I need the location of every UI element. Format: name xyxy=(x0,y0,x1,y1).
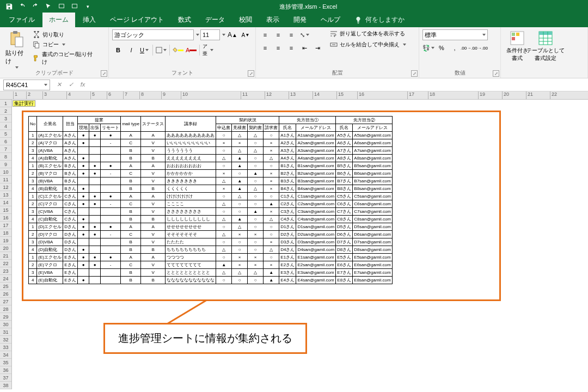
table-cell[interactable]: Dさん xyxy=(63,246,78,254)
table-cell[interactable]: A8さん xyxy=(336,155,353,162)
table-cell[interactable]: Bさん xyxy=(63,162,78,170)
table-cell[interactable]: C3san@gamil.com xyxy=(296,208,336,216)
row-header[interactable]: 16 xyxy=(0,214,11,222)
row-header[interactable]: 31 xyxy=(0,328,11,336)
table-cell[interactable]: ○ xyxy=(248,238,264,246)
table-cell[interactable]: B xyxy=(121,238,141,246)
font-color-button[interactable]: A xyxy=(185,45,197,56)
table-cell[interactable]: ▲ xyxy=(232,177,248,185)
qat-redo-button[interactable] xyxy=(29,1,41,13)
alignment-dialog-launcher[interactable]: ⤢ xyxy=(411,70,418,77)
table-cell[interactable]: ● xyxy=(78,162,89,170)
table-cell[interactable]: 3 xyxy=(29,269,37,277)
table-cell[interactable]: V xyxy=(141,147,166,155)
phonetic-button[interactable]: ア亜 xyxy=(202,45,214,56)
row-header[interactable]: 13 xyxy=(0,191,11,199)
table-cell[interactable]: A xyxy=(141,162,166,170)
table-cell[interactable]: ● xyxy=(101,223,121,231)
table-cell[interactable]: (A)エクセル xyxy=(37,132,63,139)
table-header-cell[interactable]: 担当 xyxy=(63,117,78,132)
table-cell[interactable]: ● xyxy=(78,185,89,193)
row-header[interactable]: 35 xyxy=(0,359,11,366)
row-header[interactable]: 27 xyxy=(0,298,11,305)
row-header[interactable]: 6 xyxy=(0,138,11,145)
table-cell[interactable]: E6san@gamil.com xyxy=(353,261,393,269)
table-cell[interactable]: × xyxy=(264,177,279,185)
increase-decimal-button[interactable]: .00→.0 xyxy=(462,42,474,53)
table-cell[interactable]: V xyxy=(141,269,166,277)
table-cell[interactable]: 3 xyxy=(29,177,37,185)
row-header[interactable]: 26 xyxy=(0,290,11,298)
table-cell[interactable]: (B)自動化 xyxy=(37,185,63,193)
tab-insert[interactable]: 挿入 xyxy=(76,13,102,27)
table-cell[interactable]: C xyxy=(121,200,141,208)
table-cell[interactable]: △ xyxy=(248,269,264,277)
table-header-cell[interactable]: リモート xyxy=(101,124,121,132)
table-cell[interactable]: E5san@gamil.com xyxy=(353,254,393,261)
table-cell[interactable]: Cさん xyxy=(63,208,78,216)
column-header[interactable]: 4 xyxy=(66,91,90,99)
table-cell[interactable]: ○ xyxy=(264,193,279,200)
table-cell[interactable]: A xyxy=(121,193,141,200)
table-header-cell[interactable]: 契約書 xyxy=(248,124,264,132)
row-header[interactable]: 37 xyxy=(0,374,11,382)
row-header[interactable]: 3 xyxy=(0,115,11,122)
table-cell[interactable]: (E)マクロ xyxy=(37,261,63,269)
table-cell[interactable]: A xyxy=(121,254,141,261)
table-cell[interactable]: B3さん xyxy=(279,177,296,185)
table-cell[interactable]: ○ xyxy=(216,132,232,139)
table-cell[interactable] xyxy=(89,155,101,162)
table-cell[interactable]: B xyxy=(121,277,141,284)
table-cell[interactable]: × xyxy=(264,147,279,155)
table-cell[interactable]: ○ xyxy=(216,238,232,246)
table-cell[interactable]: ● xyxy=(78,216,89,223)
table-cell[interactable]: ○ xyxy=(248,200,264,208)
size-dropdown[interactable] xyxy=(222,34,225,36)
table-cell[interactable]: (B)マクロ xyxy=(37,170,63,177)
align-top-button[interactable]: ≡ xyxy=(259,29,271,40)
table-header-cell[interactable]: 氏名 xyxy=(279,124,296,132)
table-cell[interactable]: B4さん xyxy=(279,185,296,193)
table-cell[interactable]: × xyxy=(248,231,264,238)
table-cell[interactable]: D2san@gamil.com xyxy=(296,231,336,238)
qat-save-button[interactable] xyxy=(3,1,15,13)
table-cell[interactable]: C xyxy=(121,261,141,269)
table-cell[interactable]: ちちちちちちちちち xyxy=(166,246,216,254)
table-cell[interactable]: C4さん xyxy=(279,216,296,223)
table-cell[interactable]: D5san@gamil.com xyxy=(353,223,393,231)
table-cell[interactable] xyxy=(101,216,121,223)
table-cell[interactable]: △ xyxy=(264,246,279,254)
row-header[interactable]: 12 xyxy=(0,183,11,191)
bold-button[interactable]: B xyxy=(112,45,124,56)
table-cell[interactable]: ▲ xyxy=(248,208,264,216)
comma-button[interactable]: , xyxy=(449,42,461,53)
column-header[interactable]: 9 xyxy=(161,91,181,99)
table-cell[interactable]: 2 xyxy=(29,200,37,208)
table-cell[interactable]: ▲ xyxy=(232,162,248,170)
table-cell[interactable]: C xyxy=(121,170,141,177)
table-cell[interactable]: ▲ xyxy=(216,261,232,269)
table-cell[interactable]: 4 xyxy=(29,246,37,254)
table-cell[interactable]: 2 xyxy=(29,170,37,177)
orientation-button[interactable]: ⤡ xyxy=(298,29,310,40)
table-cell[interactable]: × xyxy=(232,139,248,147)
row-header[interactable]: 36 xyxy=(0,366,11,374)
qat-customize[interactable]: ▾ xyxy=(82,1,94,13)
table-header-cell[interactable]: メールアドレス xyxy=(353,124,393,132)
table-cell[interactable]: ▲ xyxy=(264,269,279,277)
table-cell[interactable]: × xyxy=(264,238,279,246)
clipboard-dialog-launcher[interactable]: ⤢ xyxy=(101,70,107,77)
table-cell[interactable]: けけけけけけ xyxy=(166,193,216,200)
number-format-select[interactable]: 標準 xyxy=(422,29,488,40)
font-name-input[interactable] xyxy=(112,29,194,40)
table-cell[interactable]: × xyxy=(232,231,248,238)
column-header[interactable]: 6 xyxy=(107,91,123,99)
table-cell[interactable]: A xyxy=(121,223,141,231)
table-cell[interactable]: Dさん xyxy=(63,223,78,231)
column-header[interactable]: 2 xyxy=(26,91,42,99)
table-cell[interactable]: うううううう xyxy=(166,147,216,155)
table-cell[interactable]: V xyxy=(141,139,166,147)
table-cell[interactable]: A4さん xyxy=(279,155,296,162)
table-cell[interactable]: B5さん xyxy=(336,162,353,170)
cut-button[interactable]: 切り取り xyxy=(32,30,97,39)
